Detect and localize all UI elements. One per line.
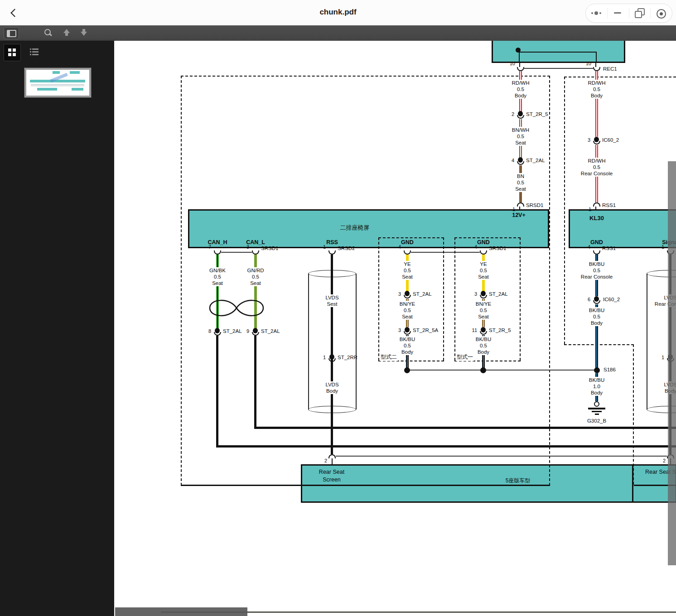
minimize-button[interactable]	[608, 4, 629, 22]
connector-name: IC60_2	[602, 137, 619, 143]
pdf-toolbar: / 1 − + 150% »	[0, 25, 676, 41]
dashed-boundary2-mid	[633, 344, 634, 485]
connector-arc	[404, 331, 411, 335]
pin-arc	[593, 250, 600, 255]
connector-pin: 6	[581, 297, 590, 302]
connector-arc	[593, 300, 600, 304]
connector-name: ST_2AL	[526, 158, 545, 163]
connector-pin: 9	[240, 328, 249, 334]
outline-view-button[interactable]	[26, 44, 43, 60]
previous-page-button[interactable]	[63, 29, 70, 33]
list-icon	[32, 51, 39, 53]
wire-label: BK/BU 0.5 Rear Console	[569, 261, 624, 280]
vertical-scrollbar-thumb[interactable]	[668, 161, 676, 565]
connector-name: ST_2AL	[413, 291, 432, 297]
pin-number: 1	[655, 244, 664, 250]
connector-name: RSS1	[602, 245, 616, 251]
connector-name: REC1	[603, 66, 617, 72]
record-button[interactable]	[651, 4, 672, 22]
connector-arc	[328, 358, 336, 362]
connector-name: ST_2RR	[338, 355, 357, 360]
next-page-button[interactable]	[81, 29, 87, 36]
connector-arc	[252, 332, 259, 336]
connector-arc	[480, 295, 487, 298]
connector-arc	[480, 331, 487, 335]
variant-note-5seat: 5座版车型	[493, 477, 543, 485]
page-thumbnail[interactable]	[24, 68, 91, 97]
connector-name: SRSD1	[526, 202, 543, 208]
pin-number: 1	[507, 207, 515, 212]
thumbnail-art	[31, 84, 84, 85]
pin-number: 7	[202, 244, 211, 250]
wire-label: GN/RD 0.5 Seat	[231, 267, 280, 286]
junction-dot	[480, 367, 486, 373]
thumbnail-art	[70, 71, 80, 74]
sidebar-icon-fill	[8, 31, 10, 36]
pin-link-line	[524, 68, 593, 69]
pin-arc	[593, 67, 600, 71]
internal-wire	[519, 52, 520, 63]
connector-pin: 3	[468, 291, 477, 297]
dashed-boundary2-left	[564, 77, 565, 344]
connector-name: ST_2AL	[489, 291, 508, 297]
connector-name: IC60_2	[603, 297, 620, 302]
grid-icon	[8, 48, 11, 52]
connector-pin: 11	[466, 327, 477, 333]
shield-label: LVDS Body	[309, 381, 355, 394]
internal-wire	[596, 52, 597, 63]
connector-name: SRSD1	[261, 245, 278, 251]
ground-label: G302_B	[576, 418, 617, 424]
minimize-icon	[614, 12, 621, 14]
thumbnails-view-button[interactable]	[4, 44, 21, 61]
wire-label: BN/WH 0.5 Seat	[496, 127, 546, 146]
dashed-boundary-top	[181, 76, 550, 77]
sidebar-toggle-button[interactable]	[4, 27, 19, 39]
connector-pin: 3	[392, 291, 401, 297]
search-button[interactable]	[43, 28, 53, 38]
arrow-down-icon	[81, 32, 87, 36]
grid-icon	[13, 48, 16, 52]
wire-label: BN/YE 0.5 Seat	[459, 301, 508, 320]
ground-icon	[595, 414, 599, 415]
connector-pin: 3	[392, 327, 401, 333]
arrow-down-stem	[82, 29, 85, 32]
wire-label: BK/BU 1.0 Body	[572, 377, 622, 396]
more-options-button[interactable]	[586, 4, 607, 22]
dashed-boundary2-step	[564, 344, 634, 345]
shield-label: LVDS Sest	[309, 294, 355, 307]
wire-label: BK/BU 0.5 Body	[572, 307, 622, 326]
wire-stub	[595, 63, 596, 67]
multitask-button[interactable]	[629, 4, 651, 22]
pin-number: 1	[583, 207, 591, 212]
dashed-boundary2-top	[564, 77, 676, 77]
arrow-up-icon	[63, 29, 70, 33]
bus-line-upper	[254, 427, 676, 429]
connector-name: RSS1	[602, 202, 616, 208]
shield-cylinder-side	[308, 274, 309, 409]
connector-arc	[404, 295, 411, 298]
pin-number: 2	[661, 458, 668, 463]
horizontal-scrollbar-thumb[interactable]	[115, 607, 247, 616]
pdf-sidebar	[0, 41, 115, 616]
wire-stub	[332, 458, 333, 464]
screen-label-left: Rear Seat Screen	[295, 468, 368, 484]
grid-icon	[8, 53, 11, 56]
connector-arc	[517, 115, 524, 119]
pdf-page: 10 10 REC1 RD/WH 0.5 Body 2 ST_2R_5 BN/W…	[114, 41, 676, 616]
connector-name: ST_2AL	[223, 328, 242, 334]
connector-arc	[517, 161, 524, 165]
pin-number: 4	[468, 244, 477, 250]
pin-arc	[328, 454, 336, 458]
connector-pin: 4	[505, 158, 514, 163]
thumbnail-art	[31, 86, 84, 86]
connector-name: ST_2R_5	[489, 327, 511, 333]
splice-link-line	[407, 370, 598, 371]
connector-name: ST_2AL	[261, 328, 280, 334]
browser-capsule-controls	[585, 4, 672, 23]
more-dots-icon	[599, 12, 601, 14]
shield-cylinder-side	[647, 274, 647, 409]
port-12v: 12V+	[505, 212, 532, 218]
wire-label: YE 0.5 Seat	[382, 261, 432, 280]
wire-label: BK/BU 0.5 Body	[382, 336, 432, 355]
connector-name: SRSD2	[338, 245, 355, 251]
